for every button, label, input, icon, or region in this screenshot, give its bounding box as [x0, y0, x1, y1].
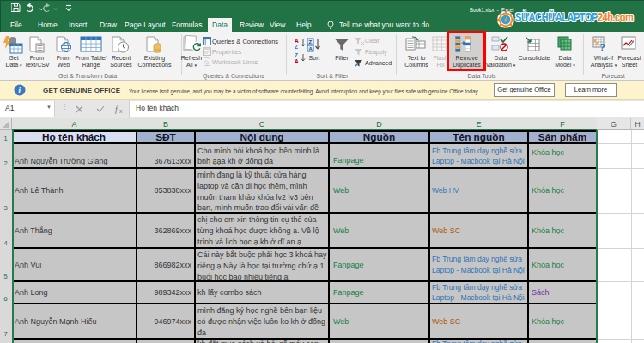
svg-text:?: ?: [599, 42, 605, 52]
svg-text:f: f: [115, 105, 118, 114]
svg-text:A: A: [295, 38, 299, 44]
svg-text:Z: Z: [309, 39, 313, 45]
svg-text:i: i: [18, 86, 21, 95]
svg-text:A: A: [295, 58, 299, 63]
svg-text:A: A: [309, 46, 313, 51]
svg-text:Z: Z: [295, 52, 298, 58]
svg-text:x: x: [119, 108, 123, 114]
svg-text:Z: Z: [295, 44, 298, 49]
